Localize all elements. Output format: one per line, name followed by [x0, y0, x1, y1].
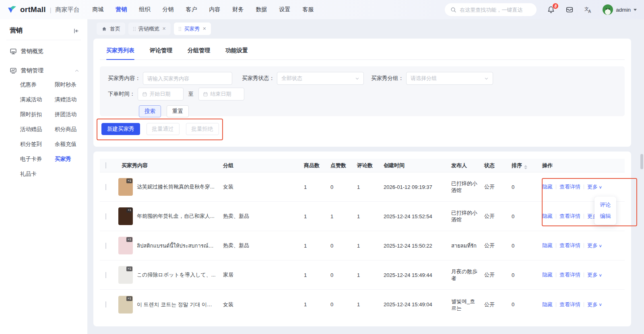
batch-reject-button[interactable]: 批量拒绝 — [186, 123, 219, 135]
view-detail-link[interactable]: 查看详情 — [559, 242, 580, 249]
divider — [6, 40, 81, 40]
nav-item-organization[interactable]: 组织 — [139, 6, 151, 13]
sidebar-item-flash-sale[interactable]: 限时秒杀 — [55, 81, 87, 89]
sidebar-item-time-discount[interactable]: 限时折扣 — [20, 111, 55, 119]
publisher-cell: 별빛에_흐르는 — [445, 298, 478, 311]
sidebar-item-e-card[interactable]: 电子卡券 — [20, 155, 55, 163]
hide-link[interactable]: 隐藏 — [542, 271, 553, 279]
language-switch-icon[interactable]: 文 A — [584, 6, 592, 14]
content-filter-input[interactable] — [147, 76, 228, 82]
more-link[interactable]: 更多 — [587, 301, 598, 308]
open-tabs-strip: 首页 营销概览 ✕ 买家秀 ✕ — [97, 23, 211, 35]
hide-link[interactable]: 隐藏 — [542, 301, 553, 308]
buyer-show-title[interactable]: 이 트렌치 코트는 정말 기대 이상이에... — [137, 301, 217, 308]
close-icon[interactable]: ✕ — [162, 26, 166, 31]
nav-item-support[interactable]: 客服 — [303, 6, 314, 13]
create-buyer-show-button[interactable]: 新建买家秀 — [101, 123, 140, 135]
buyer-show-title[interactable]: 达芙妮过膝长筒靴真的是秋冬穿... — [137, 183, 215, 191]
close-icon[interactable]: ✕ — [202, 26, 206, 31]
comments-cell: 1 — [351, 184, 378, 190]
sidebar-item-marketing-management[interactable]: 营销管理 — [0, 63, 87, 79]
products-cell: 1 — [298, 213, 324, 219]
nav-item-distribution[interactable]: 分销 — [163, 6, 174, 13]
select-all-checkbox[interactable] — [105, 162, 106, 168]
search-button[interactable]: 搜索 — [139, 105, 161, 117]
tab-comment-management[interactable]: 评论管理 — [150, 47, 172, 59]
product-thumbnail[interactable]: +1 — [118, 178, 133, 196]
more-images-badge: +1 — [126, 266, 132, 271]
comment-menu-item[interactable]: 评论 — [594, 199, 616, 211]
row-checkbox[interactable] — [105, 184, 106, 190]
more-link[interactable]: 更多 — [587, 271, 598, 279]
row-checkbox[interactable] — [105, 301, 106, 307]
nav-item-settings[interactable]: 设置 — [279, 6, 291, 13]
sidebar-item-gift-card[interactable]: 礼品卡 — [20, 170, 55, 178]
col-likes: 点赞数 — [324, 162, 351, 169]
buyer-show-title[interactable]: 年前囤的年货礼盒，自己和家人... — [137, 213, 215, 220]
view-detail-link[interactable]: 查看详情 — [559, 213, 580, 220]
tab-feature-settings[interactable]: 功能设置 — [225, 47, 248, 59]
row-checkbox[interactable] — [105, 213, 106, 219]
buyer-show-title[interactable]: ลิปสติกแบรนด์นี้ให้ประสบการณ์ที่ดี... — [137, 242, 217, 250]
sort-cell: 0 — [506, 301, 536, 307]
nav-item-data[interactable]: 数据 — [256, 6, 267, 13]
more-link[interactable]: 更多 — [587, 183, 598, 191]
hide-link[interactable]: 隐藏 — [542, 183, 553, 191]
product-thumbnail[interactable]: +1 — [118, 207, 133, 225]
more-link[interactable]: 更多 — [587, 242, 598, 249]
group-filter-select[interactable]: 请选择分组 — [406, 72, 493, 85]
nav-item-content[interactable]: 内容 — [209, 6, 221, 13]
row-checkbox[interactable] — [105, 272, 106, 278]
sidebar-item-full-gift[interactable]: 满赠活动 — [55, 96, 87, 104]
col-sort: 排序 — [506, 162, 536, 169]
nav-item-customers[interactable]: 客户 — [186, 6, 197, 13]
view-detail-link[interactable]: 查看详情 — [559, 271, 580, 279]
nav-item-finance[interactable]: 财务 — [233, 6, 244, 13]
sort-icon[interactable] — [524, 165, 527, 169]
product-thumbnail[interactable]: +1 — [118, 296, 133, 314]
buyer-show-title[interactable]: この掃除ロボットを導入して、... — [137, 271, 216, 279]
username: admin — [616, 7, 631, 13]
workbench-icon[interactable] — [566, 6, 574, 14]
sidebar-item-balance-recharge[interactable]: 余额充值 — [55, 140, 87, 148]
tab-group-management[interactable]: 分组管理 — [188, 47, 210, 59]
tab-marketing-overview[interactable]: 营销概览 ✕ — [128, 23, 171, 35]
start-date-picker[interactable]: 开始日期 — [138, 88, 184, 100]
nav-item-mall[interactable]: 商城 — [93, 6, 104, 13]
user-menu[interactable]: admin — [603, 4, 637, 15]
end-date-picker[interactable]: 结束日期 — [198, 88, 244, 100]
sidebar-item-coupon[interactable]: 优惠券 — [20, 81, 55, 89]
tab-label: 买家秀 — [184, 25, 200, 33]
sidebar-item-group-buy[interactable]: 拼团活动 — [55, 111, 87, 119]
sidebar-item-full-reduction[interactable]: 满减活动 — [20, 96, 55, 104]
product-thumbnail[interactable]: +1 — [118, 266, 133, 284]
sidebar-item-points-product[interactable]: 积分商品 — [55, 125, 87, 133]
sidebar-item-points-checkin[interactable]: 积分签到 — [20, 140, 55, 148]
brand-logo[interactable]: ortMall | 商家平台 — [7, 5, 80, 14]
product-thumbnail[interactable]: +1 — [118, 237, 133, 254]
hide-link[interactable]: 隐藏 — [542, 213, 553, 220]
status-filter-select[interactable]: 全部状态 — [277, 72, 364, 85]
reset-button[interactable]: 重置 — [167, 105, 189, 117]
tab-home[interactable]: 首页 — [97, 23, 125, 35]
notification-bell-icon[interactable]: 8 — [547, 6, 555, 14]
view-detail-link[interactable]: 查看详情 — [559, 301, 580, 308]
sidebar-item-buyer-show[interactable]: 买家秀 — [55, 155, 87, 163]
batch-approve-button[interactable]: 批量通过 — [147, 123, 180, 135]
sidebar-item-marketing-overview[interactable]: 营销概览 — [0, 43, 87, 59]
nav-item-marketing[interactable]: 营销 — [116, 6, 127, 13]
hide-link[interactable]: 隐藏 — [542, 242, 553, 249]
sidebar-item-activity-gift[interactable]: 活动赠品 — [20, 125, 55, 133]
sidebar-item-label: 营销概览 — [21, 48, 43, 55]
collapse-sidebar-icon[interactable] — [73, 28, 79, 34]
group-cell: 女装 — [220, 301, 298, 308]
global-search-input[interactable] — [460, 7, 528, 13]
row-checkbox[interactable] — [105, 243, 106, 249]
edit-menu-item[interactable]: 编辑 — [594, 211, 616, 222]
scrollbar-thumb[interactable] — [640, 154, 643, 169]
global-search[interactable] — [445, 3, 537, 16]
view-detail-link[interactable]: 查看详情 — [559, 183, 580, 191]
chevron-down-icon — [484, 76, 489, 81]
tab-buyer-show[interactable]: 买家秀 ✕ — [174, 23, 211, 35]
tab-buyer-show-list[interactable]: 买家秀列表 — [106, 47, 134, 59]
